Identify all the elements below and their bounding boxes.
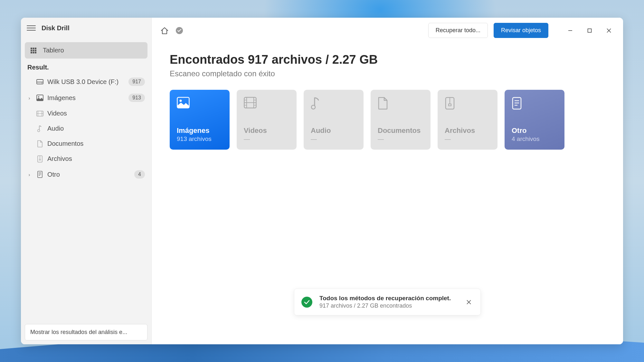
close-button[interactable] bbox=[599, 24, 619, 37]
card-archives[interactable]: Archivos — bbox=[438, 90, 497, 150]
page-title: Encontrados 917 archivos / 2.27 GB bbox=[170, 53, 605, 67]
sidebar-item-label: Wilk USB 3.0 Device (F:) bbox=[47, 78, 125, 86]
document-icon bbox=[36, 140, 43, 147]
sidebar-tree: › Wilk USB 3.0 Device (F:) 917 › Imágene… bbox=[21, 74, 151, 182]
card-title: Audio bbox=[311, 126, 356, 135]
card-other[interactable]: Otro 4 archivos bbox=[505, 90, 564, 150]
svg-rect-20 bbox=[38, 171, 42, 178]
audio-icon bbox=[36, 125, 43, 132]
maximize-button[interactable] bbox=[580, 24, 599, 37]
sidebar-item-label: Audio bbox=[47, 125, 145, 132]
svg-rect-1 bbox=[33, 48, 34, 49]
sidebar-category-images[interactable]: › Imágenes 913 bbox=[25, 90, 147, 106]
grid-icon bbox=[30, 47, 37, 54]
sidebar-category-videos[interactable]: › Videos bbox=[25, 106, 147, 121]
scan-status-icon[interactable] bbox=[175, 26, 184, 35]
card-subtitle: 913 archivos bbox=[177, 135, 223, 143]
toast-notification: Todos los métodos de recuperación comple… bbox=[294, 289, 481, 315]
app-window: Disk Drill Tablero Result. › Wilk USB 3.… bbox=[21, 18, 623, 344]
recover-all-button[interactable]: Recuperar todo... bbox=[428, 23, 488, 38]
svg-rect-25 bbox=[588, 29, 592, 32]
results-section-label: Result. bbox=[21, 59, 151, 74]
sidebar-header: Disk Drill bbox=[21, 18, 151, 38]
sidebar-item-label: Otro bbox=[47, 171, 130, 178]
audio-icon bbox=[311, 97, 324, 110]
content-area: Encontrados 917 archivos / 2.27 GB Escan… bbox=[152, 43, 623, 159]
card-title: Archivos bbox=[445, 126, 490, 135]
svg-point-29 bbox=[180, 100, 182, 102]
app-title: Disk Drill bbox=[42, 24, 70, 32]
card-subtitle: — bbox=[378, 135, 423, 143]
other-icon bbox=[512, 97, 525, 110]
review-objects-button[interactable]: Revisar objetos bbox=[494, 23, 548, 38]
card-title: Videos bbox=[244, 126, 289, 135]
home-icon[interactable] bbox=[160, 26, 169, 35]
success-check-icon bbox=[301, 297, 312, 308]
other-icon bbox=[36, 171, 43, 178]
sidebar: Disk Drill Tablero Result. › Wilk USB 3.… bbox=[21, 18, 152, 344]
svg-rect-3 bbox=[31, 50, 32, 51]
sidebar-category-archives[interactable]: › Archivos bbox=[25, 151, 147, 166]
disk-icon bbox=[36, 78, 43, 85]
page-subtitle: Escaneo completado con éxito bbox=[170, 69, 605, 78]
sidebar-item-label: Videos bbox=[47, 110, 145, 117]
sidebar-category-audio[interactable]: › Audio bbox=[25, 121, 147, 136]
image-icon bbox=[36, 94, 43, 101]
count-badge: 913 bbox=[128, 94, 145, 102]
svg-point-9 bbox=[42, 83, 42, 83]
svg-rect-0 bbox=[31, 48, 32, 49]
card-subtitle: — bbox=[445, 135, 490, 143]
toast-subtitle: 917 archivos / 2.27 GB encontrados bbox=[319, 302, 457, 309]
sidebar-footer: Mostrar los resultados del análisis e... bbox=[21, 320, 151, 344]
card-title: Otro bbox=[512, 126, 557, 135]
main-content: Recuperar todo... Revisar objetos Encont… bbox=[152, 18, 623, 344]
card-title: Documentos bbox=[378, 126, 423, 135]
sidebar-item-label: Documentos bbox=[47, 140, 145, 147]
card-documents[interactable]: Documentos — bbox=[371, 90, 431, 150]
count-badge: 4 bbox=[134, 170, 145, 179]
svg-point-16 bbox=[38, 129, 40, 132]
sidebar-item-label: Tablero bbox=[43, 47, 142, 54]
sidebar-nav: Tablero bbox=[21, 38, 151, 59]
card-subtitle: — bbox=[311, 135, 356, 143]
card-videos[interactable]: Videos — bbox=[237, 90, 297, 150]
svg-rect-6 bbox=[31, 52, 32, 53]
category-cards: Imágenes 913 archivos Videos — Audio — bbox=[170, 90, 605, 150]
sidebar-item-dashboard[interactable]: Tablero bbox=[25, 42, 147, 59]
svg-rect-19 bbox=[39, 159, 41, 160]
svg-point-11 bbox=[38, 96, 39, 97]
minimize-button[interactable] bbox=[561, 24, 580, 37]
sidebar-category-other[interactable]: › Otro 4 bbox=[25, 166, 147, 182]
card-title: Imágenes bbox=[177, 126, 223, 135]
hamburger-icon[interactable] bbox=[27, 23, 36, 32]
card-audio[interactable]: Audio — bbox=[304, 90, 364, 150]
sidebar-category-documents[interactable]: › Documentos bbox=[25, 136, 147, 151]
svg-rect-8 bbox=[35, 52, 36, 53]
show-results-button[interactable]: Mostrar los resultados del análisis e... bbox=[25, 324, 147, 340]
video-icon bbox=[36, 110, 43, 117]
card-images[interactable]: Imágenes 913 archivos bbox=[170, 90, 230, 150]
svg-point-38 bbox=[311, 105, 315, 109]
svg-rect-2 bbox=[35, 48, 36, 49]
toast-title: Todos los métodos de recuperación comple… bbox=[319, 295, 457, 302]
svg-rect-7 bbox=[33, 52, 34, 53]
count-badge: 917 bbox=[128, 78, 145, 86]
image-icon bbox=[177, 97, 190, 110]
topbar: Recuperar todo... Revisar objetos bbox=[152, 18, 623, 43]
sidebar-item-label: Imágenes bbox=[47, 94, 125, 102]
toast-body: Todos los métodos de recuperación comple… bbox=[319, 295, 457, 309]
chevron-right-icon: › bbox=[26, 172, 33, 177]
video-icon bbox=[244, 97, 257, 110]
sidebar-device[interactable]: › Wilk USB 3.0 Device (F:) 917 bbox=[25, 74, 147, 90]
card-subtitle: 4 archivos bbox=[512, 135, 557, 143]
window-controls bbox=[561, 24, 619, 37]
toast-close-icon[interactable] bbox=[464, 298, 473, 307]
svg-rect-5 bbox=[35, 50, 36, 51]
archive-icon bbox=[36, 155, 43, 162]
chevron-right-icon: › bbox=[26, 95, 33, 101]
svg-rect-41 bbox=[449, 104, 451, 106]
svg-rect-4 bbox=[33, 50, 34, 51]
card-subtitle: — bbox=[244, 135, 289, 143]
archive-icon bbox=[445, 97, 458, 110]
document-icon bbox=[378, 97, 391, 110]
